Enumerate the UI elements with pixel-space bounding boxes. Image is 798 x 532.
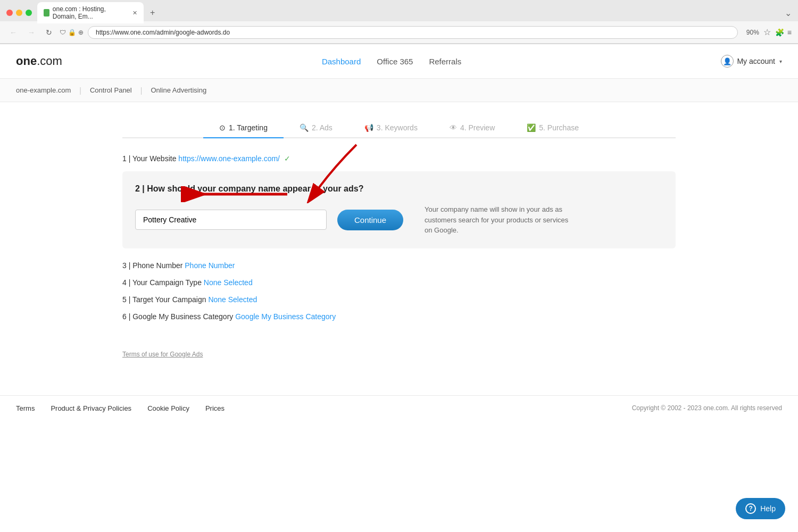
step-keywords-label: 3. Keywords <box>377 123 418 132</box>
company-section: 2 | How should your company name appear … <box>122 171 676 248</box>
step-purchase[interactable]: ✅ 5. Purchase <box>511 118 595 138</box>
reload-button[interactable]: ↻ <box>43 26 55 39</box>
zoom-level: 90% <box>746 29 759 36</box>
step-targeting-label: 1. Targeting <box>229 123 268 132</box>
other-rows: 3 | Phone Number Phone Number 4 | Your C… <box>122 261 676 321</box>
minimize-button[interactable] <box>16 10 22 16</box>
logo: one.com <box>16 54 62 68</box>
header-right: 👤 My account ▾ <box>721 55 782 68</box>
company-name-input[interactable] <box>135 210 327 230</box>
target-campaign-link[interactable]: None Selected <box>208 295 257 304</box>
target-campaign-label: 5 | Target Your Campaign <box>122 295 206 304</box>
menu-icon: ≡ <box>787 28 792 37</box>
traffic-lights <box>6 10 32 16</box>
tab-favicon <box>44 9 49 16</box>
step-ads-label: 2. Ads <box>312 123 332 132</box>
main-nav: Dashboard Office 365 Referrals <box>322 57 461 66</box>
website-label: 1 | Your Website <box>122 154 176 163</box>
footer-prices[interactable]: Prices <box>205 404 225 412</box>
toolbar-right: 🧩 ≡ <box>775 28 792 37</box>
breadcrumb-control-panel[interactable]: Control Panel <box>90 84 140 96</box>
forward-button[interactable]: → <box>24 26 38 39</box>
tab-list-icon[interactable]: ⌄ <box>785 8 792 18</box>
shield-icon: 🛡 <box>60 29 66 36</box>
close-button[interactable] <box>6 10 13 16</box>
company-section-wrapper: 2 | How should your company name appear … <box>122 171 676 248</box>
browser-chrome: one.com : Hosting, Domain, Em... ✕ + ⌄ ←… <box>0 0 798 44</box>
preview-icon: 👁 <box>450 123 457 132</box>
keywords-icon: 📢 <box>364 123 373 132</box>
breadcrumb: one-example.com | Control Panel | Online… <box>0 79 798 102</box>
campaign-type-link[interactable]: None Selected <box>204 278 253 287</box>
company-input-row: Continue Your company name will show in … <box>135 204 663 236</box>
ads-icon: 🔍 <box>300 123 309 132</box>
breadcrumb-online-advertising[interactable]: Online Advertising <box>151 84 215 96</box>
bookmark-button[interactable]: ☆ <box>763 27 771 37</box>
phone-row: 3 | Phone Number Phone Number <box>122 261 676 270</box>
nav-dashboard[interactable]: Dashboard <box>322 57 361 66</box>
browser-toolbar: ← → ↻ 🛡 🔒 ⊕ https://www.one.com/admin/go… <box>0 21 798 44</box>
my-account-label[interactable]: My account <box>737 57 775 65</box>
breadcrumb-domain[interactable]: one-example.com <box>16 84 79 96</box>
purchase-icon: ✅ <box>527 123 536 132</box>
campaign-type-row: 4 | Your Campaign Type None Selected <box>122 278 676 287</box>
step-purchase-label: 5. Purchase <box>539 123 579 132</box>
footer-privacy[interactable]: Product & Privacy Policies <box>51 404 131 412</box>
input-hint: Your company name will show in your ads … <box>425 204 573 236</box>
gmb-category-label: 6 | Google My Business Category <box>122 312 233 321</box>
gmb-category-row: 6 | Google My Business Category Google M… <box>122 312 676 321</box>
back-button[interactable]: ← <box>6 26 20 39</box>
step-ads[interactable]: 🔍 2. Ads <box>284 118 348 138</box>
campaign-type-label: 4 | Your Campaign Type <box>122 278 202 287</box>
tracking-icon: ⊕ <box>78 29 84 36</box>
website-link[interactable]: https://www.one-example.com/ <box>178 154 280 163</box>
account-chevron-icon: ▾ <box>779 59 782 64</box>
nav-referrals[interactable]: Referrals <box>429 57 461 66</box>
tab-title: one.com : Hosting, Domain, Em... <box>53 5 126 20</box>
tab-close-icon[interactable]: ✕ <box>132 10 137 16</box>
lock-icon: 🔒 <box>68 29 76 36</box>
website-row: 1 | Your Website https://www.one-example… <box>122 154 676 163</box>
terms-link[interactable]: Terms of use for Google Ads <box>122 351 203 358</box>
step-preview-label: 4. Preview <box>460 123 495 132</box>
tab-bar: one.com : Hosting, Domain, Em... ✕ + ⌄ <box>0 0 798 21</box>
footer-cookie[interactable]: Cookie Policy <box>147 404 189 412</box>
app-header: one.com Dashboard Office 365 Referrals 👤… <box>0 44 798 79</box>
step-keywords[interactable]: 📢 3. Keywords <box>348 118 434 138</box>
security-icons: 🛡 🔒 ⊕ <box>60 29 84 36</box>
targeting-icon: ⊙ <box>219 123 226 132</box>
verified-icon: ✓ <box>284 154 290 163</box>
user-avatar-icon: 👤 <box>721 55 734 68</box>
active-tab[interactable]: one.com : Hosting, Domain, Em... ✕ <box>37 2 144 23</box>
step-preview[interactable]: 👁 4. Preview <box>434 118 511 138</box>
step-targeting[interactable]: ⊙ 1. Targeting <box>203 118 284 138</box>
footer: Terms Product & Privacy Policies Cookie … <box>0 395 798 421</box>
address-bar[interactable]: https://www.one.com/admin/google-adwords… <box>88 26 738 39</box>
gmb-category-link[interactable]: Google My Business Category <box>235 312 336 321</box>
url-text: https://www.one.com/admin/google-adwords… <box>96 29 230 36</box>
phone-link[interactable]: Phone Number <box>185 261 235 270</box>
target-campaign-row: 5 | Target Your Campaign None Selected <box>122 295 676 304</box>
footer-terms[interactable]: Terms <box>16 404 35 412</box>
company-section-heading: 2 | How should your company name appear … <box>135 184 663 194</box>
footer-copyright: Copyright © 2002 - 2023 one.com. All rig… <box>632 404 782 412</box>
phone-label: 3 | Phone Number <box>122 261 182 270</box>
extensions-icon: 🧩 <box>775 28 784 37</box>
main-content: ⊙ 1. Targeting 🔍 2. Ads 📢 3. Keywords 👁 … <box>106 102 692 374</box>
new-tab-button[interactable]: + <box>147 7 158 19</box>
steps-nav: ⊙ 1. Targeting 🔍 2. Ads 📢 3. Keywords 👁 … <box>122 118 676 138</box>
nav-office365[interactable]: Office 365 <box>377 57 413 66</box>
fullscreen-button[interactable] <box>26 10 32 16</box>
continue-button[interactable]: Continue <box>337 210 403 230</box>
